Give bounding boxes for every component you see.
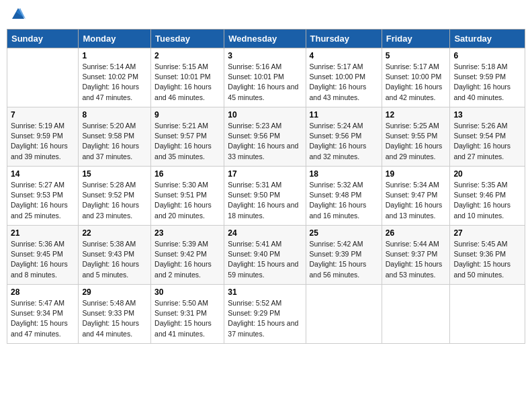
- day-number: 17: [228, 169, 302, 179]
- day-number: 5: [386, 51, 447, 60]
- column-header-thursday: Thursday: [306, 30, 382, 48]
- calendar-cell: 7 Sunrise: 5:19 AMSunset: 9:59 PMDayligh…: [7, 107, 79, 167]
- calendar-cell: 21 Sunrise: 5:36 AMSunset: 9:45 PMDaylig…: [7, 226, 79, 285]
- day-number: 31: [228, 287, 302, 297]
- calendar-cell: 17 Sunrise: 5:31 AMSunset: 9:50 PMDaylig…: [224, 167, 306, 226]
- column-header-monday: Monday: [79, 30, 151, 48]
- day-info: Sunrise: 5:36 AMSunset: 9:45 PMDaylight:…: [11, 239, 75, 280]
- calendar-week-2: 7 Sunrise: 5:19 AMSunset: 9:59 PMDayligh…: [7, 107, 525, 167]
- column-header-wednesday: Wednesday: [224, 30, 306, 48]
- day-info: Sunrise: 5:15 AMSunset: 10:01 PMDaylight…: [154, 62, 220, 103]
- day-number: 24: [228, 228, 302, 238]
- day-number: 10: [228, 110, 302, 120]
- day-info: Sunrise: 5:42 AMSunset: 9:39 PMDaylight:…: [310, 239, 378, 280]
- calendar-body: 1 Sunrise: 5:14 AMSunset: 10:02 PMDaylig…: [7, 48, 525, 344]
- day-info: Sunrise: 5:50 AMSunset: 9:31 PMDaylight:…: [154, 298, 220, 339]
- day-number: 3: [228, 51, 302, 60]
- calendar-cell: 6 Sunrise: 5:18 AMSunset: 9:59 PMDayligh…: [450, 48, 525, 107]
- day-number: 2: [154, 51, 220, 60]
- calendar-cell: 13 Sunrise: 5:26 AMSunset: 9:54 PMDaylig…: [450, 107, 525, 167]
- day-info: Sunrise: 5:35 AMSunset: 9:46 PMDaylight:…: [453, 180, 521, 221]
- day-number: 29: [82, 287, 147, 297]
- calendar-week-5: 28 Sunrise: 5:47 AMSunset: 9:34 PMDaylig…: [7, 285, 525, 344]
- calendar-cell: 8 Sunrise: 5:20 AMSunset: 9:58 PMDayligh…: [79, 107, 151, 167]
- calendar-cell: 30 Sunrise: 5:50 AMSunset: 9:31 PMDaylig…: [151, 285, 224, 344]
- calendar-cell: 24 Sunrise: 5:41 AMSunset: 9:40 PMDaylig…: [224, 226, 306, 285]
- day-info: Sunrise: 5:25 AMSunset: 9:55 PMDaylight:…: [386, 121, 447, 162]
- column-header-saturday: Saturday: [450, 30, 525, 48]
- calendar-cell: 29 Sunrise: 5:48 AMSunset: 9:33 PMDaylig…: [79, 285, 151, 344]
- calendar-cell: 20 Sunrise: 5:35 AMSunset: 9:46 PMDaylig…: [450, 167, 525, 226]
- day-info: Sunrise: 5:44 AMSunset: 9:37 PMDaylight:…: [386, 239, 447, 280]
- calendar-header: SundayMondayTuesdayWednesdayThursdayFrid…: [7, 30, 525, 48]
- day-number: 26: [386, 228, 447, 238]
- day-number: 4: [310, 51, 378, 60]
- day-number: 8: [82, 110, 147, 120]
- day-number: 25: [310, 228, 378, 238]
- day-info: Sunrise: 5:41 AMSunset: 9:40 PMDaylight:…: [228, 239, 302, 280]
- day-number: 13: [453, 110, 521, 120]
- calendar-cell: 10 Sunrise: 5:23 AMSunset: 9:56 PMDaylig…: [224, 107, 306, 167]
- column-header-tuesday: Tuesday: [151, 30, 224, 48]
- day-info: Sunrise: 5:34 AMSunset: 9:47 PMDaylight:…: [386, 180, 447, 221]
- calendar-cell: [382, 285, 450, 344]
- day-info: Sunrise: 5:14 AMSunset: 10:02 PMDaylight…: [82, 62, 147, 103]
- calendar-cell: 4 Sunrise: 5:17 AMSunset: 10:00 PMDaylig…: [306, 48, 382, 107]
- day-info: Sunrise: 5:48 AMSunset: 9:33 PMDaylight:…: [82, 298, 147, 339]
- day-number: 19: [386, 169, 447, 179]
- logo: [9, 7, 26, 25]
- day-info: Sunrise: 5:26 AMSunset: 9:54 PMDaylight:…: [453, 121, 521, 162]
- day-info: Sunrise: 5:20 AMSunset: 9:58 PMDaylight:…: [82, 121, 147, 162]
- day-info: Sunrise: 5:17 AMSunset: 10:00 PMDaylight…: [386, 62, 447, 103]
- day-number: 12: [386, 110, 447, 120]
- day-number: 14: [11, 169, 75, 179]
- calendar-cell: [306, 285, 382, 344]
- day-info: Sunrise: 5:24 AMSunset: 9:56 PMDaylight:…: [310, 121, 378, 162]
- calendar-cell: [7, 48, 79, 107]
- day-number: 16: [154, 169, 220, 179]
- calendar-cell: 9 Sunrise: 5:21 AMSunset: 9:57 PMDayligh…: [151, 107, 224, 167]
- day-info: Sunrise: 5:52 AMSunset: 9:29 PMDaylight:…: [228, 298, 302, 339]
- column-header-friday: Friday: [382, 30, 450, 48]
- day-number: 28: [11, 287, 75, 297]
- calendar-cell: 11 Sunrise: 5:24 AMSunset: 9:56 PMDaylig…: [306, 107, 382, 167]
- calendar-cell: 27 Sunrise: 5:45 AMSunset: 9:36 PMDaylig…: [450, 226, 525, 285]
- day-info: Sunrise: 5:47 AMSunset: 9:34 PMDaylight:…: [11, 298, 75, 339]
- day-info: Sunrise: 5:23 AMSunset: 9:56 PMDaylight:…: [228, 121, 302, 162]
- calendar-cell: 18 Sunrise: 5:32 AMSunset: 9:48 PMDaylig…: [306, 167, 382, 226]
- day-number: 11: [310, 110, 378, 120]
- calendar-cell: 1 Sunrise: 5:14 AMSunset: 10:02 PMDaylig…: [79, 48, 151, 107]
- day-number: 30: [154, 287, 220, 297]
- day-info: Sunrise: 5:28 AMSunset: 9:52 PMDaylight:…: [82, 180, 147, 221]
- calendar-cell: 5 Sunrise: 5:17 AMSunset: 10:00 PMDaylig…: [382, 48, 450, 107]
- day-info: Sunrise: 5:17 AMSunset: 10:00 PMDaylight…: [310, 62, 378, 103]
- day-number: 6: [453, 51, 521, 60]
- day-number: 21: [11, 228, 75, 238]
- day-number: 18: [310, 169, 378, 179]
- day-info: Sunrise: 5:45 AMSunset: 9:36 PMDaylight:…: [453, 239, 521, 280]
- logo-icon: [11, 7, 26, 21]
- column-header-sunday: Sunday: [7, 30, 79, 48]
- day-number: 9: [154, 110, 220, 120]
- calendar-cell: 16 Sunrise: 5:30 AMSunset: 9:51 PMDaylig…: [151, 167, 224, 226]
- calendar-cell: 22 Sunrise: 5:38 AMSunset: 9:43 PMDaylig…: [79, 226, 151, 285]
- calendar-cell: 25 Sunrise: 5:42 AMSunset: 9:39 PMDaylig…: [306, 226, 382, 285]
- day-number: 15: [82, 169, 147, 179]
- day-number: 7: [11, 110, 75, 120]
- calendar-week-3: 14 Sunrise: 5:27 AMSunset: 9:53 PMDaylig…: [7, 167, 525, 226]
- day-number: 22: [82, 228, 147, 238]
- day-info: Sunrise: 5:18 AMSunset: 9:59 PMDaylight:…: [453, 62, 521, 103]
- calendar-cell: 28 Sunrise: 5:47 AMSunset: 9:34 PMDaylig…: [7, 285, 79, 344]
- day-number: 27: [453, 228, 521, 238]
- day-info: Sunrise: 5:16 AMSunset: 10:01 PMDaylight…: [228, 62, 302, 103]
- page-header: [7, 7, 525, 25]
- calendar-cell: 26 Sunrise: 5:44 AMSunset: 9:37 PMDaylig…: [382, 226, 450, 285]
- calendar-cell: 15 Sunrise: 5:28 AMSunset: 9:52 PMDaylig…: [79, 167, 151, 226]
- calendar-week-1: 1 Sunrise: 5:14 AMSunset: 10:02 PMDaylig…: [7, 48, 525, 107]
- day-info: Sunrise: 5:19 AMSunset: 9:59 PMDaylight:…: [11, 121, 75, 162]
- calendar-cell: 12 Sunrise: 5:25 AMSunset: 9:55 PMDaylig…: [382, 107, 450, 167]
- day-info: Sunrise: 5:30 AMSunset: 9:51 PMDaylight:…: [154, 180, 220, 221]
- day-info: Sunrise: 5:27 AMSunset: 9:53 PMDaylight:…: [11, 180, 75, 221]
- calendar-week-4: 21 Sunrise: 5:36 AMSunset: 9:45 PMDaylig…: [7, 226, 525, 285]
- day-number: 1: [82, 51, 147, 60]
